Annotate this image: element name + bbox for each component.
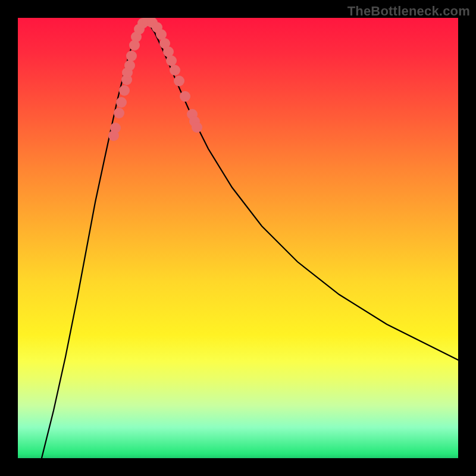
data-dot [166,55,177,66]
data-dot [114,108,124,118]
watermark-text: TheBottleneck.com [347,4,470,19]
curve-right-branch [145,21,458,360]
data-dot [116,97,127,108]
data-dot [126,51,137,61]
data-dot [124,60,135,71]
dot-group [108,18,202,141]
data-dot [192,122,202,133]
curve-left-branch [42,21,145,458]
data-dot [110,123,121,133]
data-dot [174,76,184,86]
chart-svg [18,18,458,458]
chart-area [18,18,458,458]
data-dot [170,65,180,76]
data-dot [180,91,190,102]
data-dot [119,85,130,96]
